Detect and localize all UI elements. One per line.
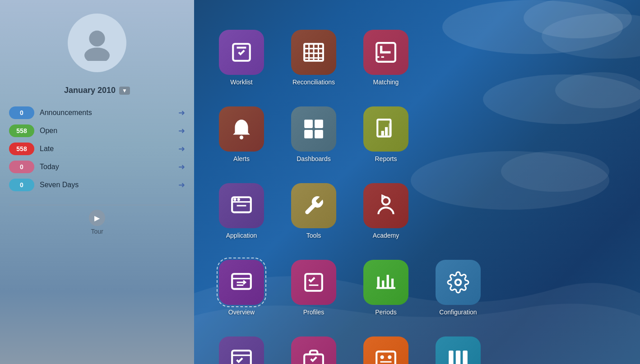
svg-rect-35	[232, 274, 251, 289]
stat-row-late[interactable]: 558 Late ➜	[9, 143, 185, 155]
icon-label-alerts: Alerts	[233, 155, 250, 162]
app-icon-worklist[interactable]: Worklist	[212, 14, 271, 86]
stat-arrow-open: ➜	[178, 126, 185, 136]
icon-box-alerts	[219, 106, 264, 152]
svg-rect-27	[385, 127, 388, 136]
svg-point-52	[388, 355, 391, 359]
svg-rect-21	[304, 120, 313, 128]
icon-box-overview	[219, 260, 264, 305]
stat-row-announcements[interactable]: 0 Announcements ➜	[9, 106, 185, 119]
app-icon-jobs[interactable]: Jobs	[284, 320, 343, 364]
tour-icon: ▶	[89, 210, 105, 226]
svg-rect-23	[304, 130, 313, 138]
app-icon-academy[interactable]: Academy	[357, 167, 415, 239]
stat-badge-late: 558	[9, 143, 34, 155]
svg-rect-24	[315, 130, 323, 138]
svg-rect-28	[389, 124, 391, 136]
icon-label-worklist: Worklist	[230, 78, 253, 86]
icon-label-periods: Periods	[375, 309, 396, 316]
svg-point-0	[89, 31, 105, 46]
icon-box-jobs	[291, 336, 336, 364]
stat-arrow-announcements: ➜	[178, 108, 185, 118]
app-icon-profiles[interactable]: Profiles	[284, 244, 343, 316]
app-icon-tools[interactable]: Tools	[284, 167, 343, 239]
icon-label-overview: Overview	[228, 309, 255, 316]
stat-label-announcements: Announcements	[40, 109, 173, 117]
month-selector: January 2010 ▼	[64, 86, 130, 95]
sidebar: January 2010 ▼ 0 Announcements ➜ 558 Ope…	[0, 0, 194, 364]
icon-box-configuration	[436, 260, 481, 305]
app-icon-periods[interactable]: Periods	[357, 244, 415, 316]
icon-label-matching: Matching	[373, 78, 399, 86]
stat-arrow-today: ➜	[178, 162, 185, 172]
svg-rect-22	[315, 120, 323, 128]
app-icon-match-types[interactable]: Match Types	[212, 320, 271, 364]
stat-label-seven-days: Seven Days	[40, 181, 173, 189]
icon-label-academy: Academy	[373, 232, 399, 239]
app-icon-archive[interactable]: Archive	[429, 320, 487, 364]
stat-row-seven-days[interactable]: 0 Seven Days ➜	[9, 179, 185, 191]
stat-label-today: Today	[40, 163, 173, 171]
icon-box-services	[363, 336, 408, 364]
svg-rect-55	[456, 350, 460, 364]
stat-badge-open: 558	[9, 124, 34, 137]
icon-box-reconciliations	[291, 30, 336, 75]
icon-box-archive	[436, 336, 481, 364]
icon-label-dashboards: Dashboards	[297, 155, 331, 162]
icon-box-worklist	[219, 30, 264, 75]
app-icon-reports[interactable]: Reports	[357, 90, 415, 162]
app-icon-dashboards[interactable]: Dashboards	[284, 90, 343, 162]
svg-rect-26	[381, 131, 384, 135]
icon-box-tools	[291, 183, 336, 228]
svg-point-46	[455, 280, 461, 286]
avatar	[68, 14, 126, 72]
icon-box-match-types	[219, 336, 264, 364]
icon-label-tools: Tools	[306, 232, 321, 239]
icon-box-reports	[363, 106, 408, 152]
icon-box-periods	[363, 260, 408, 305]
svg-point-33	[237, 198, 240, 201]
stat-label-open: Open	[40, 127, 173, 135]
month-label: January 2010	[64, 86, 116, 95]
month-dropdown-button[interactable]: ▼	[119, 87, 130, 95]
stat-arrow-late: ➜	[178, 144, 185, 154]
icon-box-academy	[363, 183, 408, 228]
app-icon-alerts[interactable]: Alerts	[212, 90, 271, 162]
svg-point-32	[233, 198, 236, 201]
svg-point-1	[84, 47, 110, 61]
icon-box-dashboards	[291, 106, 336, 152]
app-icon-matching[interactable]: Matching	[357, 14, 415, 86]
svg-point-34	[382, 197, 390, 205]
stat-label-late: Late	[40, 145, 173, 153]
icon-label-reports: Reports	[375, 155, 397, 162]
icon-label-configuration: Configuration	[439, 309, 477, 316]
icon-box-profiles	[291, 260, 336, 305]
svg-rect-39	[305, 274, 322, 291]
divider	[9, 205, 185, 205]
stat-badge-announcements: 0	[9, 106, 34, 119]
app-icon-reconciliations[interactable]: Reconciliations	[284, 14, 343, 86]
svg-rect-47	[232, 350, 251, 364]
stat-row-today[interactable]: 0 Today ➜	[9, 161, 185, 173]
stats-list: 0 Announcements ➜ 558 Open ➜ 558 Late ➜ …	[9, 106, 185, 191]
svg-point-20	[240, 136, 243, 139]
app-icon-services[interactable]: Services	[357, 320, 415, 364]
stat-row-open[interactable]: 558 Open ➜	[9, 124, 185, 137]
tour-label: Tour	[91, 228, 103, 235]
app-icon-configuration[interactable]: Configuration	[429, 244, 487, 316]
stat-arrow-seven-days: ➜	[178, 180, 185, 190]
stat-badge-seven-days: 0	[9, 179, 34, 191]
icon-label-profiles: Profiles	[303, 309, 325, 316]
stat-badge-today: 0	[9, 161, 34, 173]
icon-label-application: Application	[226, 232, 257, 239]
tour-button[interactable]: ▶ Tour	[89, 210, 105, 235]
icon-box-matching	[363, 30, 408, 75]
svg-rect-54	[449, 350, 453, 364]
svg-point-51	[380, 355, 384, 359]
svg-rect-56	[463, 350, 467, 364]
icon-label-reconciliations: Reconciliations	[292, 78, 335, 86]
app-icon-overview[interactable]: Overview	[212, 244, 271, 316]
main-content: WorklistReconciliationsMatchingAlertsDas…	[194, 0, 640, 364]
app-icon-application[interactable]: Application	[212, 167, 271, 239]
svg-rect-25	[377, 120, 390, 137]
